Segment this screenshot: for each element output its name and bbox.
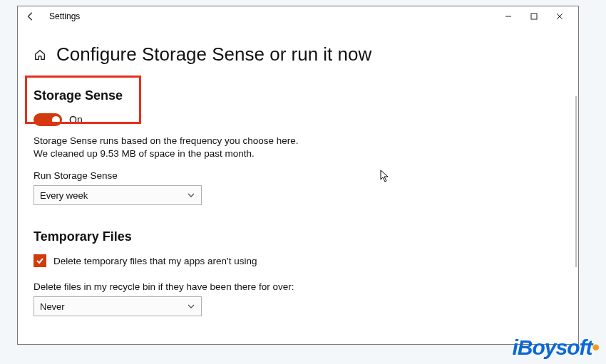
recycle-bin-value: Never: [40, 301, 65, 312]
minimize-button[interactable]: [495, 6, 521, 26]
page-title: Configure Storage Sense or run it now: [56, 43, 371, 66]
storage-sense-description: Storage Sense runs based on the frequenc…: [34, 135, 304, 160]
chevron-down-icon: [187, 302, 195, 311]
recycle-bin-dropdown[interactable]: Never: [34, 296, 202, 316]
recycle-bin-label: Delete files in my recycle bin if they h…: [34, 281, 563, 292]
toggle-knob: [52, 116, 60, 124]
chevron-down-icon: [187, 191, 195, 199]
watermark: iBoysoft•: [512, 336, 599, 360]
storage-sense-toggle-label: On: [69, 114, 83, 125]
content-area: Configure Storage Sense or run it now St…: [18, 26, 578, 344]
run-storage-sense-dropdown[interactable]: Every week: [34, 185, 202, 205]
home-icon[interactable]: [34, 48, 46, 61]
maximize-button[interactable]: [521, 6, 547, 26]
scrollbar[interactable]: [575, 96, 577, 267]
delete-temp-files-label: Delete temporary files that my apps aren…: [53, 256, 257, 266]
storage-sense-section: Storage Sense On Storage Sense runs base…: [34, 88, 563, 205]
close-button[interactable]: [547, 6, 572, 26]
page-header: Configure Storage Sense or run it now: [34, 43, 563, 66]
run-storage-sense-value: Every week: [40, 190, 88, 201]
svg-rect-1: [531, 14, 537, 19]
delete-temp-files-checkbox[interactable]: [34, 254, 46, 267]
storage-sense-heading: Storage Sense: [34, 88, 563, 103]
temporary-files-section: Temporary Files Delete temporary files t…: [34, 229, 563, 316]
titlebar: Settings: [18, 6, 578, 26]
back-button[interactable]: [25, 11, 36, 22]
run-storage-sense-label: Run Storage Sense: [34, 170, 563, 181]
temporary-files-heading: Temporary Files: [34, 229, 563, 244]
window-title: Settings: [49, 11, 80, 21]
settings-window: Settings Configure Storage Sense or run …: [17, 6, 579, 345]
storage-sense-toggle[interactable]: [34, 113, 62, 126]
